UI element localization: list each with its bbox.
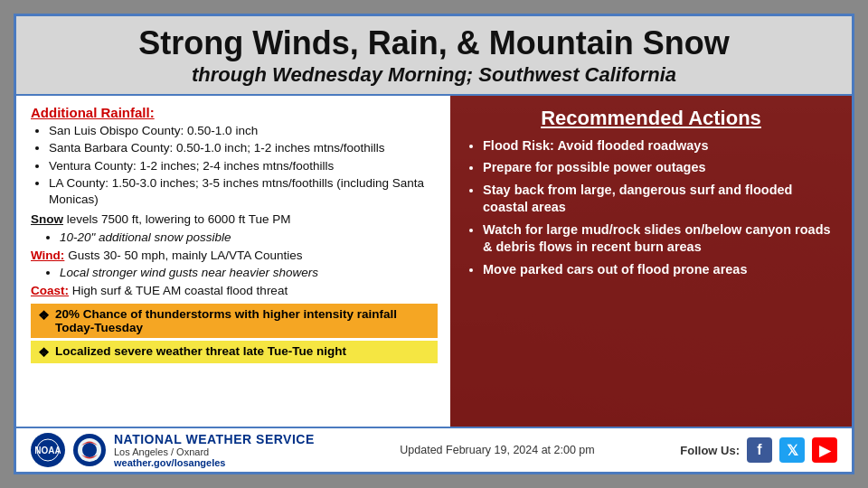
diamond-icon: ❖ [38, 308, 50, 323]
wind-text: Gusts 30- 50 mph, mainly LA/VTA Counties [68, 249, 302, 262]
list-item: LA County: 1.50-3.0 inches; 3-5 inches m… [49, 175, 438, 207]
recommended-title: Recommended Actions [465, 107, 837, 130]
nws-location: Los Angeles / Oxnard [114, 446, 315, 457]
alert-yellow: ❖ Localized severe weather threat late T… [31, 341, 438, 363]
rec-item: Flood Risk: Avoid flooded roadways [483, 137, 837, 155]
rainfall-list: San Luis Obispo County: 0.50-1.0 inch Sa… [31, 123, 438, 208]
rec-item: Watch for large mud/rock slides on/below… [483, 221, 837, 256]
svg-point-4 [82, 443, 97, 457]
nws-swirl-icon [72, 433, 107, 467]
diamond-icon-2: ❖ [38, 345, 50, 360]
coast-text: High surf & TUE AM coastal flood threat [72, 284, 288, 297]
nws-name: NATIONAL WEATHER SERVICE [114, 432, 315, 446]
snow-sub-item: 10-20" additional snow possible [60, 230, 438, 244]
content-row: Additional Rainfall: San Luis Obispo Cou… [16, 96, 852, 427]
snow-line: Snow levels 7500 ft, lowering to 6000 ft… [31, 211, 438, 228]
facebook-icon[interactable]: f [747, 437, 772, 463]
rec-item: Move parked cars out of flood prone area… [483, 261, 837, 278]
coast-label: Coast: [31, 284, 69, 297]
nws-url: weather.gov/losangeles [114, 457, 315, 468]
footer-updated: Updated February 19, 2024 at 2:00 pm [324, 444, 672, 456]
nws-logo-area: NOAA NATIONAL WEATHER SERVICE Los Angele… [31, 432, 315, 468]
recommended-list: Flood Risk: Avoid flooded roadways Prepa… [465, 137, 837, 278]
coast-line: Coast: High surf & TUE AM coastal flood … [31, 283, 438, 299]
wind-sub-item: Local stronger wind gusts near heavier s… [60, 266, 438, 279]
list-item: Santa Barbara County: 0.50-1.0 inch; 1-2… [49, 140, 438, 156]
alert-orange: ❖ 20% Chance of thunderstorms with highe… [31, 304, 438, 338]
recommended-box: Recommended Actions Flood Risk: Avoid fl… [450, 96, 852, 427]
tw-letter: 𝕏 [787, 442, 798, 459]
main-title: Strong Winds, Rain, & Mountain Snow [31, 25, 837, 61]
list-item: Ventura County: 1-2 inches; 2-4 inches m… [49, 158, 438, 174]
noaa-logo: NOAA [31, 433, 65, 467]
header-section: Strong Winds, Rain, & Mountain Snow thro… [16, 16, 852, 96]
footer: NOAA NATIONAL WEATHER SERVICE Los Angele… [16, 427, 852, 472]
wind-label: Wind: [31, 249, 64, 262]
youtube-icon[interactable]: ▶ [812, 437, 837, 463]
list-item: San Luis Obispo County: 0.50-1.0 inch [49, 123, 438, 139]
snow-sub-list: 10-20" additional snow possible [31, 230, 438, 244]
noaa-icon: NOAA [35, 437, 61, 463]
wind-sub-list: Local stronger wind gusts near heavier s… [31, 266, 438, 279]
right-panel: Recommended Actions Flood Risk: Avoid fl… [450, 96, 852, 427]
yt-play: ▶ [819, 442, 830, 459]
rainfall-heading: Additional Rainfall: [31, 105, 438, 120]
twitter-icon[interactable]: 𝕏 [779, 437, 805, 463]
sub-title: through Wednesday Morning; Southwest Cal… [31, 63, 837, 87]
main-card: Strong Winds, Rain, & Mountain Snow thro… [14, 14, 854, 474]
snow-text: levels 7500 ft, lowering to 6000 ft Tue … [67, 212, 291, 226]
follow-label: Follow Us: [680, 444, 740, 457]
svg-text:NOAA: NOAA [35, 446, 61, 455]
rec-item: Prepare for possible power outages [483, 159, 837, 176]
footer-social: Follow Us: f 𝕏 ▶ [680, 437, 837, 463]
snow-label: Snow [31, 212, 63, 226]
fb-letter: f [757, 442, 761, 458]
rec-item: Stay back from large, dangerous surf and… [483, 182, 837, 216]
alert-yellow-text: Localized severe weather threat late Tue… [55, 344, 346, 358]
nws-text-block: NATIONAL WEATHER SERVICE Los Angeles / O… [114, 432, 315, 468]
left-panel: Additional Rainfall: San Luis Obispo Cou… [16, 96, 450, 427]
alert-orange-text: 20% Chance of thunderstorms with higher … [55, 307, 430, 334]
wind-line: Wind: Gusts 30- 50 mph, mainly LA/VTA Co… [31, 248, 438, 264]
